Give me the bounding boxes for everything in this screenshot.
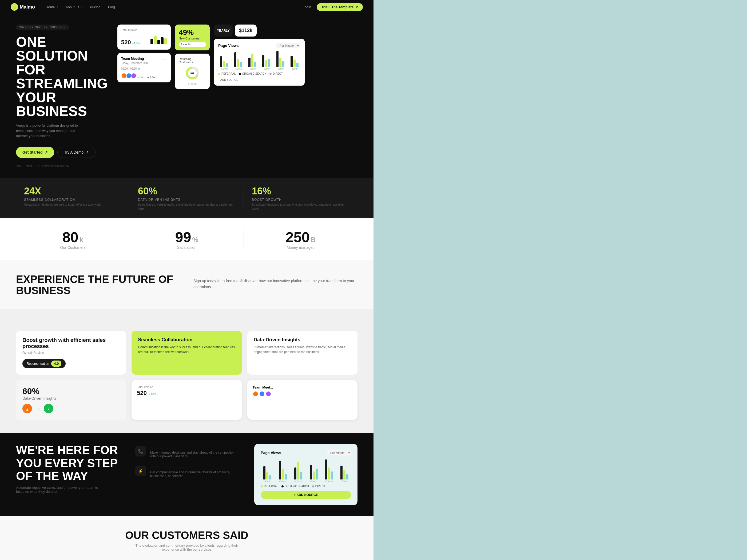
customers-section: OUR CUSTOMERS SAID The evaluation and co… bbox=[0, 516, 374, 560]
returning-donut: 51k bbox=[179, 66, 206, 80]
team-meet-mini-title: Team Meet... bbox=[253, 385, 352, 389]
support-item-2: ⚡ INTEGRATIONS EASY Get comprehensive an… bbox=[135, 465, 238, 478]
legend-referral: REFERRAL bbox=[218, 72, 236, 75]
stat-money: 250 B Money managed bbox=[244, 229, 358, 249]
stat-customers-label: Our Customers bbox=[60, 245, 86, 249]
pvl-x-2: -50min bbox=[279, 480, 286, 483]
boost-title: Boost growth with efficient sales proces… bbox=[22, 337, 120, 349]
pvl-bar-lime-1 bbox=[266, 472, 268, 479]
feature-collab-desc: Communication is the key to success, and… bbox=[138, 345, 235, 354]
feature-collab-title: Seamless Collaboration bbox=[138, 337, 235, 343]
here-right: 📞 24/7 SUPPORT Make informed decisions a… bbox=[135, 444, 238, 505]
mini-avatar-1 bbox=[253, 391, 259, 397]
pvl-direct-dot bbox=[312, 485, 314, 487]
pv-period-select[interactable]: Per Minute bbox=[276, 43, 301, 48]
invoice-big-change: +12% bbox=[149, 392, 156, 396]
stat-satisfaction: 99 % Satisfaction bbox=[130, 229, 244, 249]
metric-name-1: SEAMLESS COLLABORATION bbox=[24, 198, 122, 202]
nav-right: Login Trial · The Template ↗ bbox=[303, 3, 363, 11]
pv-x-6: -30min bbox=[291, 68, 298, 70]
avatar-3 bbox=[131, 73, 136, 79]
legend-organic: ORGANIC SEARCH bbox=[239, 72, 266, 75]
pvl-bar-5 bbox=[325, 459, 327, 479]
team-meeting-mini: Team Meet... bbox=[247, 380, 358, 420]
support-icon-2: ⚡ bbox=[135, 465, 146, 476]
data-driven-label: Data-Driven Insights bbox=[22, 396, 120, 401]
metric-value-3: 16% bbox=[252, 186, 350, 197]
pv-bars-5 bbox=[276, 51, 284, 67]
pv-x-1: -55min bbox=[221, 68, 228, 70]
arrow-right-icon: ↗ bbox=[45, 150, 48, 154]
support-text-1: 24/7 SUPPORT Make informed decisions and… bbox=[150, 446, 238, 458]
metric-name-2: DATA-DRIVEN INSIGHTS bbox=[138, 198, 236, 202]
pv-bar-teal-5 bbox=[282, 61, 284, 67]
bar-2 bbox=[154, 36, 157, 44]
pv-bars-6 bbox=[290, 56, 299, 67]
add-source[interactable]: + ADD SOURCE bbox=[218, 78, 238, 81]
pvl-legend-referral: REFERRAL bbox=[261, 485, 278, 488]
pv-bar-lime-6 bbox=[293, 59, 295, 67]
stat-money-value: 250 B bbox=[286, 229, 316, 245]
revenue-display: $112k bbox=[235, 25, 257, 36]
try-demo-button[interactable]: Try A Demo ↗ bbox=[57, 146, 96, 158]
invoice-label: Total Invoice bbox=[121, 28, 167, 31]
pv-bar-lime-1 bbox=[223, 61, 225, 67]
hero-left: SIMPLIFY. SECURE. SUCCEED. ONE SOLUTION … bbox=[16, 25, 107, 167]
mini-avatar-3 bbox=[265, 391, 271, 397]
recommendation-badge: Recomendation 4.0 bbox=[22, 359, 66, 368]
pvl-bar-teal-3 bbox=[300, 472, 302, 479]
meeting-time: 09:00 - 09:30 am bbox=[121, 67, 167, 70]
stat-money-label: Money managed bbox=[287, 245, 314, 249]
hero-tag: SIMPLIFY. SECURE. SUCCEED. bbox=[16, 25, 69, 30]
pvl-referral-dot bbox=[261, 485, 263, 487]
pv-group-6: -30min bbox=[288, 56, 301, 70]
pvl-bar-6 bbox=[340, 465, 342, 479]
metric-name-3: BOOST GROWTH bbox=[252, 198, 350, 202]
svg-text:51k: 51k bbox=[190, 72, 195, 75]
add-source-button[interactable]: + ADD SOURCE bbox=[261, 491, 351, 499]
metric-value-2: 60% bbox=[138, 186, 236, 197]
pv-large-select[interactable]: Per Minute bbox=[327, 450, 351, 455]
new-customers-pct: 49% bbox=[179, 28, 206, 37]
experience-grid: EXPERIENCE THE FUTURE OF BUSINESS Sign u… bbox=[16, 274, 358, 296]
meeting-date: Today, December 08th bbox=[121, 61, 167, 64]
pv-bar-teal-6 bbox=[297, 63, 299, 67]
direct-dot bbox=[269, 73, 272, 75]
nav-login[interactable]: Login bbox=[303, 5, 311, 9]
team-meeting-card: Team Meeting ⋯ Today, December 08th 09:0… bbox=[118, 53, 171, 82]
data-pct: 60% bbox=[22, 386, 120, 396]
experience-left: EXPERIENCE THE FUTURE OF BUSINESS bbox=[16, 274, 180, 296]
nav-home[interactable]: Home bbox=[46, 5, 58, 9]
new-customers-period[interactable]: 1 month bbox=[179, 42, 206, 47]
logo[interactable]: 🌙 Malmo bbox=[11, 3, 35, 11]
pvl-bar-lime-6 bbox=[343, 470, 345, 479]
trial-button[interactable]: Trial · The Template ↗ bbox=[317, 3, 363, 11]
hero-section: SIMPLIFY. SECURE. SUCCEED. ONE SOLUTION … bbox=[0, 14, 374, 178]
here-left: WE'RE HERE FOR YOU EVERY STEP OF THE WAY… bbox=[16, 444, 119, 505]
pv-large-chart: -55min -50min -45min bbox=[261, 459, 351, 483]
support-title-1: 24/7 SUPPORT bbox=[150, 446, 238, 450]
meeting-stat1: ✓ 03 bbox=[138, 76, 144, 78]
metric-desc-1: Collaboration features are built to fost… bbox=[24, 203, 122, 207]
get-started-button[interactable]: Get Started ↗ bbox=[16, 146, 54, 158]
pv-group-4: -40min bbox=[260, 55, 273, 70]
nav-about[interactable]: About us bbox=[66, 5, 82, 9]
support-desc-2: Get comprehensive and informative review… bbox=[150, 471, 238, 478]
pv-large-card: Page Views Per Minute -55min bbox=[254, 444, 358, 505]
pv-header: Page Views Per Minute bbox=[218, 43, 301, 48]
pv-x-2: -50min bbox=[234, 68, 242, 70]
invoice-card: Total Invoice 520 +12% bbox=[118, 25, 171, 50]
pv-chart: -55min -50min bbox=[218, 51, 301, 70]
metric-insights: 60% DATA-DRIVEN INSIGHTS Sales figures, … bbox=[130, 186, 244, 211]
nav-home-dot bbox=[57, 6, 58, 7]
pvl-bar-2 bbox=[279, 461, 281, 479]
metric-desc-3: Specifically designed to streamline your… bbox=[252, 203, 350, 211]
pvl-bar-lime-3 bbox=[297, 462, 299, 479]
pvl-x-5: -35min bbox=[326, 480, 333, 483]
invoice-mini-card: Total Invoice 520 +12% bbox=[131, 380, 242, 420]
meeting-stat2: ▲ Low bbox=[147, 76, 155, 78]
meeting-more-icon[interactable]: ⋯ bbox=[163, 56, 167, 61]
feature-data-title: Data-Driven Insights bbox=[254, 337, 351, 343]
nav-blog[interactable]: Blog bbox=[108, 5, 115, 9]
nav-pricing[interactable]: Pricing bbox=[90, 5, 101, 9]
